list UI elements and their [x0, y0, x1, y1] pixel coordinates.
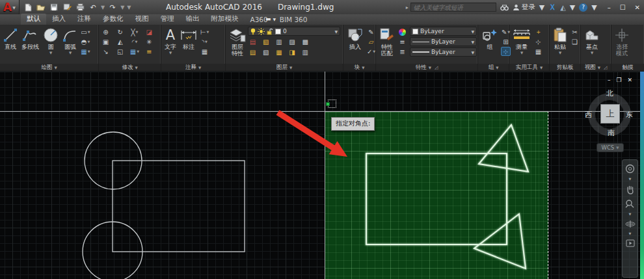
paste-button[interactable]: 粘贴 ▼ [551, 26, 569, 56]
offset-button[interactable]: ≡ [144, 47, 154, 56]
showmotion-icon[interactable] [626, 239, 635, 247]
block-attrib-button[interactable]: ✓▼ [366, 47, 376, 56]
chevron-down-icon[interactable]: ▼ [629, 178, 632, 180]
array-button[interactable]: ▦▼ [130, 47, 140, 56]
redo-dropdown[interactable]: ▼ [120, 5, 124, 10]
dialog-launcher-icon[interactable]: ◿ [604, 65, 607, 70]
drawing-area[interactable]: 指定对角点: – ❐ ✕ 北 西 东 南 上 WCS▼ ▼ ▼ ▼ [0, 72, 644, 279]
a360-icon[interactable]: ◭ [560, 3, 565, 12]
open-file-button[interactable] [35, 2, 47, 12]
doc-minimize-button[interactable]: – [608, 77, 611, 83]
measure-button[interactable]: 测量 ▼ [511, 26, 533, 56]
mirror-button[interactable]: ◭ [115, 37, 125, 46]
ribbon-tab[interactable]: 插入 [46, 14, 72, 25]
circle-button[interactable]: 圆 ▼ [41, 26, 60, 56]
point-style-button[interactable]: ⊹ [533, 37, 543, 46]
undo-dropdown[interactable]: ▼ [101, 5, 105, 10]
copy-clip-button[interactable]: ❏ [570, 37, 580, 46]
viewcube-north[interactable]: 北 [606, 88, 613, 98]
save-as-button[interactable] [61, 2, 73, 12]
panel-label-utilities[interactable]: 实用工具▼ [509, 64, 549, 71]
viewcube-south[interactable]: 南 [608, 128, 615, 138]
ribbon-tab[interactable]: 参数化 [97, 14, 129, 25]
exchange-apps-icon[interactable]: Ｘ [548, 2, 556, 13]
lineweight-select[interactable]: ByLayer▼ [410, 47, 477, 57]
lineweight-list-icon[interactable]: ≣ [397, 47, 407, 56]
match-layer-button[interactable]: ▩ [301, 37, 310, 46]
orbit-icon[interactable] [625, 220, 636, 228]
layer-unlock-button[interactable]: ◨ [288, 47, 297, 57]
polyline-button[interactable]: 多段线 [20, 26, 41, 51]
collapse-search-icon[interactable]: ▸ [406, 5, 409, 10]
left-viewport-shapes[interactable] [83, 132, 245, 279]
dialog-launcher-icon[interactable]: ◿ [435, 65, 438, 70]
ribbon-tab[interactable]: BIM 360 [274, 15, 314, 25]
layer-select[interactable]: 0 ▼ [248, 27, 340, 36]
ribbon-tab[interactable]: 视图 [129, 14, 155, 25]
linetype-select[interactable]: ByLayer▼ [410, 37, 477, 46]
line-button[interactable]: 直线 [1, 26, 20, 51]
qat-customize-button[interactable]: ▼ [127, 5, 131, 10]
stretch-button[interactable]: ↘ [101, 47, 111, 56]
object-color-button[interactable] [397, 27, 407, 36]
maximize-button[interactable]: ☐ [620, 4, 626, 11]
panel-label-touch[interactable]: 触摸 [611, 64, 644, 71]
ribbon-tab[interactable]: 管理 [155, 14, 180, 25]
group-button[interactable]: 组 [479, 26, 500, 51]
copy-button[interactable]: ▣ [101, 37, 111, 46]
panel-label-modify[interactable]: 修改▼ [99, 64, 161, 71]
sign-in-button[interactable]: 登录 [513, 3, 535, 12]
viewcube-west[interactable]: 西 [585, 110, 592, 120]
panel-label-block[interactable]: 块▼ [343, 64, 375, 71]
wcs-menu[interactable]: WCS▼ [597, 143, 624, 152]
erase-button[interactable]: ◪ [144, 27, 154, 36]
ellipse-tool-button[interactable]: ◓▼ [81, 37, 90, 46]
layer-unisolate-button[interactable]: ▦ [274, 47, 284, 57]
ribbon-tab[interactable]: 输出 [180, 14, 206, 25]
plot-button[interactable] [74, 2, 86, 12]
panel-label-annotate[interactable]: 注释▼ [161, 64, 225, 71]
dimension-button[interactable]: 标注 [178, 26, 199, 51]
selected-shapes[interactable] [366, 125, 528, 269]
scale-button[interactable]: ◱ [115, 47, 125, 56]
move-button[interactable]: ⊕ [101, 27, 111, 36]
base-view-button[interactable]: 基点 ▼ [582, 26, 602, 56]
layer-properties-button[interactable]: 图层 特性 [227, 26, 248, 58]
match-properties-button[interactable]: 特性 匹配 [377, 26, 397, 58]
help-icon[interactable]: ? [579, 3, 587, 12]
leader-button[interactable]: ◝▼ [200, 37, 209, 46]
text-button[interactable]: A 文字 ▼ [163, 26, 178, 56]
linetype-list-icon[interactable]: ≡ [397, 37, 407, 46]
panel-label-layers[interactable]: 图层▼ [226, 64, 343, 71]
id-point-button[interactable]: ＋ [533, 27, 543, 36]
layer-thaw-button[interactable]: ▧ [261, 47, 271, 57]
viewcube-top-face[interactable]: 上 [600, 104, 620, 124]
pan-hand-icon[interactable] [626, 185, 635, 194]
minimize-button[interactable]: – [608, 4, 611, 11]
zoom-icon[interactable] [625, 199, 635, 209]
ribbon-display-toggle[interactable]: ▬▼ [265, 16, 276, 23]
table-button[interactable]: ▦ [200, 47, 209, 56]
chevron-down-icon[interactable]: ▼ [629, 213, 632, 215]
rotate-button[interactable]: ↻ [115, 27, 125, 36]
chevron-down-icon[interactable]: ▼ [629, 233, 632, 235]
doc-restore-button[interactable]: ❐ [617, 77, 622, 83]
selection-mode-button[interactable]: 选择 模式 [613, 26, 631, 58]
steering-wheel-icon[interactable] [625, 164, 635, 174]
explode-button[interactable]: ✳ [144, 37, 154, 46]
insert-block-button[interactable]: 插入 [345, 26, 366, 51]
block-edit-button[interactable]: ✎ [366, 27, 376, 36]
attribute-edit-button[interactable]: ▱ [366, 37, 376, 46]
ribbon-tab[interactable]: 附加模块 [206, 14, 245, 25]
panel-label-clipboard[interactable]: 剪贴板 [550, 64, 580, 71]
fillet-button[interactable]: ◜▼ [130, 37, 140, 46]
close-button[interactable]: ✕ [635, 4, 640, 11]
save-button[interactable] [48, 2, 60, 12]
layer-on-button[interactable]: ▤ [248, 47, 258, 57]
dim-linear-button[interactable]: ⊢▼ [200, 27, 209, 36]
arc-button[interactable]: 圆弧 ▼ [60, 26, 80, 56]
panel-label-view[interactable]: 视图▼◿ [581, 64, 611, 71]
layer-lock-button[interactable]: ▨ [288, 37, 297, 46]
undo-button[interactable]: ↶ [87, 2, 99, 12]
help-dropdown[interactable]: ▼ [591, 3, 597, 12]
